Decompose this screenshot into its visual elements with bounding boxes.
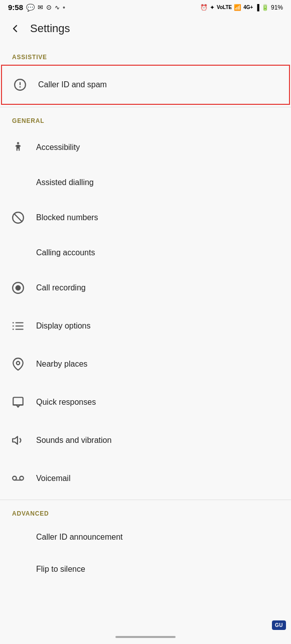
display-options-label: Display options	[36, 321, 91, 331]
blocked-numbers-label: Blocked numbers	[36, 213, 98, 222]
svg-rect-15	[13, 397, 23, 405]
caller-id-announcement-item[interactable]: Caller ID announcement	[0, 521, 291, 553]
quick-responses-label: Quick responses	[36, 398, 96, 407]
section-header-advanced: ADVANCED	[0, 502, 291, 521]
section-header-general: GENERAL	[0, 109, 291, 128]
location-icon	[8, 354, 28, 374]
section-header-assistive: ASSISTIVE	[0, 46, 291, 65]
assisted-dialling-item[interactable]: Assisted dialling	[0, 167, 291, 199]
battery-icon: 🔋	[261, 4, 269, 11]
call-recording-label: Call recording	[36, 283, 86, 292]
radio-icon: ⊙	[46, 4, 52, 11]
bottom-bar	[0, 632, 291, 644]
record-icon	[8, 278, 28, 298]
network-icon: 4G+	[243, 5, 253, 10]
calling-accounts-item[interactable]: Calling accounts	[0, 237, 291, 269]
signal-bars: ▐	[255, 4, 259, 11]
status-bar: 9:58 💬 ✉ ⊙ ∿ • ⏰ ✦ VoLTE 📶 4G+ ▐ 🔋 91%	[0, 0, 291, 14]
sounds-vibration-item[interactable]: Sounds and vibration	[0, 421, 291, 459]
home-indicator	[115, 636, 176, 638]
svg-line-5	[14, 214, 22, 221]
svg-point-17	[13, 476, 17, 480]
nearby-places-label: Nearby places	[36, 360, 87, 369]
flip-to-silence-label: Flip to silence	[36, 565, 85, 574]
voicemail-label: Voicemail	[36, 474, 70, 483]
block-icon	[8, 208, 28, 228]
accessibility-item[interactable]: Accessibility	[0, 128, 291, 167]
watermark: GU	[272, 620, 286, 630]
voicemail-icon	[8, 468, 28, 489]
hotspot-icon: ∿	[55, 4, 60, 11]
display-options-item[interactable]: Display options	[0, 307, 291, 345]
divider-general-advanced	[0, 500, 291, 500]
quick-responses-item[interactable]: Quick responses	[0, 383, 291, 421]
volte-icon: VoLTE	[217, 5, 232, 10]
voicemail-item[interactable]: Voicemail	[0, 459, 291, 498]
settings-content: ASSISTIVE Caller ID and spam GENERAL Acc…	[0, 46, 291, 585]
whatsapp-icon: 💬	[26, 4, 35, 12]
sounds-vibration-label: Sounds and vibration	[36, 436, 111, 445]
message-icon: ✉	[38, 4, 43, 11]
svg-point-18	[20, 476, 24, 480]
battery-percent: 91%	[271, 4, 283, 11]
header: Settings	[0, 14, 291, 46]
flip-to-silence-item[interactable]: Flip to silence	[0, 553, 291, 585]
calling-accounts-label: Calling accounts	[36, 248, 95, 257]
assisted-dialling-label: Assisted dialling	[36, 178, 94, 187]
accessibility-icon	[8, 137, 28, 157]
status-right: ⏰ ✦ VoLTE 📶 4G+ ▐ 🔋 91%	[200, 4, 283, 11]
back-button[interactable]	[5, 19, 25, 39]
svg-point-14	[17, 362, 20, 365]
accessibility-label: Accessibility	[36, 143, 80, 152]
page-title: Settings	[30, 22, 70, 35]
caller-id-spam-item[interactable]: Caller ID and spam	[1, 65, 290, 105]
svg-marker-16	[13, 436, 18, 444]
status-left: 9:58 💬 ✉ ⊙ ∿ •	[8, 3, 65, 12]
svg-point-7	[16, 286, 21, 290]
status-time: 9:58	[8, 3, 23, 12]
divider-assistive-general	[0, 107, 291, 107]
dot-icon: •	[63, 4, 65, 12]
caller-id-spam-label: Caller ID and spam	[38, 80, 107, 89]
svg-point-3	[17, 142, 19, 144]
bluetooth-icon: ✦	[210, 4, 215, 11]
chat-icon	[8, 392, 28, 412]
list-icon	[8, 316, 28, 336]
caller-id-announcement-label: Caller ID announcement	[36, 533, 123, 542]
blocked-numbers-item[interactable]: Blocked numbers	[0, 199, 291, 237]
alarm-icon: ⏰	[200, 4, 208, 11]
sound-icon	[8, 430, 28, 450]
wifi-icon: 📶	[234, 4, 241, 11]
alert-circle-icon	[10, 75, 30, 95]
nearby-places-item[interactable]: Nearby places	[0, 345, 291, 383]
call-recording-item[interactable]: Call recording	[0, 269, 291, 307]
